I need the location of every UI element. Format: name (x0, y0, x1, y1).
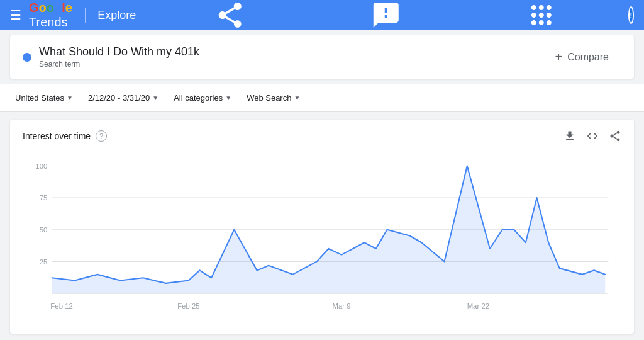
embed-icon[interactable] (586, 130, 599, 142)
date-label: 2/12/20 - 3/31/20 (88, 93, 150, 103)
svg-text:50: 50 (40, 225, 48, 234)
explore-label: Explore (97, 9, 136, 22)
help-icon[interactable]: ? (96, 130, 107, 142)
date-filter[interactable]: 2/12/20 - 3/31/20 ▼ (83, 89, 164, 106)
search-dot (23, 53, 31, 62)
search-card: What Should I Do With my 401k Search ter… (10, 35, 634, 79)
chart-svg: 100 75 50 25 Feb 12 Feb 25 Mar 9 Mar 22 (23, 152, 621, 329)
search-type-chevron-icon: ▼ (294, 94, 300, 101)
svg-text:75: 75 (40, 193, 48, 201)
search-term-info: What Should I Do With my 401k Search ter… (39, 45, 199, 69)
menu-icon[interactable]: ☰ (10, 8, 21, 23)
user-avatar[interactable]: ! (628, 6, 634, 24)
svg-text:25: 25 (40, 257, 48, 265)
search-type-label: Web Search (247, 93, 291, 103)
region-label: United States (15, 93, 64, 103)
category-chevron-icon: ▼ (225, 94, 231, 101)
region-chevron-icon: ▼ (67, 94, 73, 101)
date-chevron-icon: ▼ (152, 94, 158, 101)
chart-title-area: Interest over time ? (23, 130, 107, 142)
app-header: ☰ Google Trends Explore ! (0, 0, 644, 30)
logo-o2: o (47, 1, 54, 14)
search-term-box: What Should I Do With my 401k Search ter… (10, 35, 530, 79)
notification-icon[interactable] (317, 0, 455, 30)
app-logo: Google Trends (29, 1, 72, 30)
svg-text:Mar 22: Mar 22 (467, 301, 489, 309)
svg-text:Feb 25: Feb 25 (177, 301, 199, 309)
filters-bar: United States ▼ 2/12/20 - 3/31/20 ▼ All … (0, 84, 644, 112)
chart-header: Interest over time ? (23, 130, 621, 142)
logo-o1: o (39, 1, 47, 14)
region-filter[interactable]: United States ▼ (10, 89, 78, 106)
compare-button[interactable]: + Compare (530, 35, 635, 79)
category-label: All categories (174, 93, 223, 103)
download-icon[interactable] (564, 130, 576, 142)
logo-e: e (65, 1, 72, 14)
chart-actions (564, 130, 621, 142)
chart-title: Interest over time (23, 131, 91, 141)
apps-icon[interactable] (472, 0, 611, 30)
compare-label: Compare (567, 52, 609, 63)
share-chart-icon[interactable] (609, 130, 621, 142)
share-icon[interactable] (161, 0, 299, 30)
category-filter[interactable]: All categories ▼ (169, 89, 236, 106)
logo-text: Google Trends (29, 1, 72, 30)
search-type-filter[interactable]: Web Search ▼ (242, 89, 305, 106)
svg-text:100: 100 (35, 162, 47, 170)
interest-over-time-chart: 100 75 50 25 Feb 12 Feb 25 Mar 9 Mar 22 (23, 152, 621, 329)
search-term-name: What Should I Do With my 401k (39, 45, 199, 59)
search-term-type: Search term (39, 60, 199, 69)
svg-text:Mar 9: Mar 9 (332, 301, 350, 309)
logo-g: G (29, 1, 39, 14)
compare-plus-icon: + (555, 50, 563, 64)
logo-g2: g (54, 1, 62, 14)
svg-text:Feb 12: Feb 12 (50, 301, 72, 309)
chart-card: Interest over time ? (10, 120, 634, 334)
